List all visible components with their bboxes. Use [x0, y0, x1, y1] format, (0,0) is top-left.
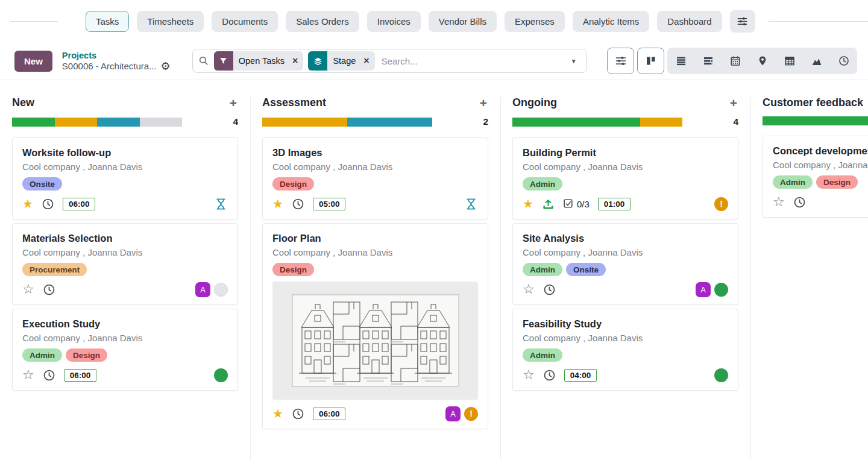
task-title: Site Analysis [523, 233, 728, 244]
progress-segment[interactable] [55, 118, 98, 127]
task-card[interactable]: Materials Selection Cool company , Joann… [12, 223, 238, 305]
clock-icon[interactable] [42, 198, 54, 210]
tab-vendor-bills[interactable]: Vendor Bills [429, 11, 497, 32]
tag-onsite: Onsite [22, 177, 62, 191]
avatar[interactable]: A [445, 406, 461, 421]
tab-dashboard[interactable]: Dashboard [657, 11, 722, 32]
star-empty-icon[interactable]: ☆ [22, 283, 34, 296]
breadcrumb-projects-link[interactable]: Projects [62, 50, 171, 61]
tag-design: Design [66, 348, 107, 362]
column-progress-bar[interactable] [512, 118, 682, 127]
tab-timesheets[interactable]: Timesheets [137, 11, 204, 32]
progress-segment[interactable] [512, 118, 640, 127]
clock-icon[interactable] [793, 196, 806, 209]
alert-icon[interactable]: ! [714, 197, 728, 211]
column-progress-bar[interactable] [262, 118, 432, 127]
nav-tabs: Tasks Timesheets Documents Sales Orders … [86, 11, 722, 32]
tag-procurement: Procurement [22, 263, 87, 276]
column-divider [500, 96, 501, 460]
avatar[interactable]: A [195, 282, 210, 297]
task-card[interactable]: Concept development Cool company , Joann… [763, 136, 868, 218]
view-button-gantt[interactable] [694, 48, 722, 74]
clock-icon[interactable] [43, 283, 55, 296]
task-card[interactable]: 3D Images Cool company , Joanna Davis De… [262, 137, 488, 219]
star-empty-icon[interactable]: ☆ [523, 283, 535, 296]
green-status-dot[interactable] [714, 368, 728, 382]
view-button-pivot[interactable] [776, 48, 803, 74]
progress-segment[interactable] [12, 118, 55, 127]
gear-icon[interactable]: ⚙ [161, 61, 171, 72]
task-card[interactable]: Execution Study Cool company , Joanna Da… [12, 309, 238, 391]
allocated-hours: 05:00 [313, 198, 346, 210]
search-dropdown-caret-icon[interactable]: ▼ [567, 58, 580, 65]
task-card[interactable]: Floor Plan Cool company , Joanna Davis D… [262, 223, 488, 429]
tab-documents[interactable]: Documents [212, 11, 278, 32]
facet-remove-icon[interactable]: × [287, 55, 303, 66]
breadcrumb-current-record: S00006 - Architectura... [62, 61, 157, 72]
tab-tasks[interactable]: Tasks [86, 11, 129, 32]
add-card-button[interactable]: + [479, 96, 488, 109]
divider-line [10, 21, 58, 22]
column-progress-bar[interactable] [12, 118, 182, 127]
allocated-hours: 06:00 [313, 408, 346, 420]
star-filled-icon[interactable]: ★ [272, 408, 283, 420]
alert-icon[interactable]: ! [464, 407, 478, 421]
tab-invoices[interactable]: Invoices [367, 11, 421, 32]
search-bar[interactable]: Open Tasks × Stage × Search... ▼ [192, 49, 587, 73]
progress-segment[interactable] [347, 118, 432, 127]
star-filled-icon[interactable]: ★ [272, 198, 283, 210]
clock-icon[interactable] [292, 408, 304, 420]
task-contact: Cool company , Joanna Davis [773, 160, 868, 170]
clock-icon[interactable] [43, 369, 55, 382]
star-empty-icon[interactable]: ☆ [773, 195, 785, 209]
checklist[interactable]: 0/3 [563, 198, 590, 209]
task-card[interactable]: Worksite follow-up Cool company , Joanna… [12, 137, 238, 219]
progress-segment[interactable] [97, 118, 140, 127]
view-button-kanban[interactable] [637, 48, 664, 74]
task-card[interactable]: Feasibility Study Cool company , Joanna … [512, 309, 738, 391]
allocated-hours: 06:00 [63, 198, 96, 210]
green-status-dot[interactable] [714, 283, 728, 297]
view-button-calendar[interactable] [722, 48, 749, 74]
task-title: Execution Study [22, 318, 228, 330]
progress-segment[interactable] [262, 118, 347, 127]
view-button-activity[interactable] [830, 48, 857, 74]
clock-icon[interactable] [292, 198, 304, 210]
upload-icon[interactable] [542, 198, 555, 210]
star-empty-icon[interactable]: ☆ [523, 368, 535, 382]
task-title: 3D Images [272, 147, 478, 159]
task-contact: Cool company , Joanna Davis [272, 162, 478, 172]
task-title: Concept development [773, 145, 868, 157]
add-card-button[interactable]: + [729, 96, 738, 109]
tab-sales-orders[interactable]: Sales Orders [286, 11, 359, 32]
task-title: Materials Selection [22, 233, 228, 244]
column-progress-bar[interactable] [763, 116, 868, 125]
star-filled-icon[interactable]: ★ [523, 198, 533, 210]
view-button-graph[interactable] [803, 48, 830, 74]
view-button-settings[interactable] [607, 48, 634, 74]
clock-icon[interactable] [543, 369, 556, 382]
progress-segment[interactable] [763, 116, 868, 125]
star-empty-icon[interactable]: ☆ [22, 368, 34, 382]
search-input[interactable]: Search... [382, 56, 567, 66]
tab-expenses[interactable]: Expenses [505, 11, 565, 32]
green-status-dot[interactable] [214, 368, 228, 382]
progress-segment[interactable] [640, 118, 683, 127]
task-card[interactable]: Building Permit Cool company , Joanna Da… [512, 137, 738, 219]
view-button-list[interactable] [667, 48, 694, 74]
task-card[interactable]: Site Analysis Cool company , Joanna Davi… [512, 223, 738, 305]
facet-remove-icon[interactable]: × [358, 55, 374, 66]
view-button-map[interactable] [749, 48, 776, 74]
allocated-hours: 06:00 [64, 369, 97, 382]
tab-analytic-items[interactable]: Analytic Items [573, 11, 649, 32]
column-count: 4 [233, 116, 238, 127]
progress-segment[interactable] [140, 118, 183, 127]
tab-settings-button[interactable] [730, 10, 755, 33]
avatar[interactable]: A [696, 282, 711, 297]
add-card-button[interactable]: + [228, 96, 238, 109]
gray-status-dot[interactable] [214, 283, 228, 297]
clock-icon[interactable] [543, 283, 556, 296]
star-filled-icon[interactable]: ★ [22, 198, 33, 210]
new-button[interactable]: New [14, 51, 52, 72]
facet-label: Open Tasks [233, 56, 287, 66]
